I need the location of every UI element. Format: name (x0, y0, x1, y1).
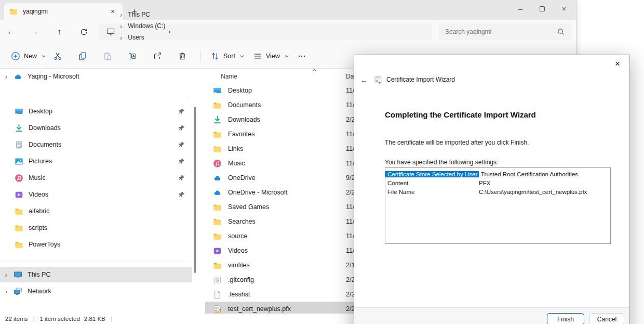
file-row[interactable]: Downloads 2/2 (205, 112, 356, 127)
forward-button[interactable]: → (27, 24, 43, 39)
sidebar-item-icon (15, 157, 23, 166)
file-date: 11/ (346, 203, 354, 211)
file-name: Searches (228, 218, 356, 225)
settings-row[interactable]: Certificate Store Selected by User Trust… (385, 170, 610, 178)
more-button[interactable] (292, 48, 312, 64)
sidebar-item-label: Downloads (29, 124, 178, 132)
selection-size: 2.81 KB (84, 316, 105, 322)
file-row[interactable]: Favorites 11/ (205, 127, 356, 141)
settings-table[interactable]: Certificate Store Selected by User Trust… (385, 167, 611, 244)
file-icon (213, 276, 222, 284)
sort-label: Sort (223, 53, 235, 60)
file-icon (213, 101, 222, 110)
copy-icon (78, 51, 87, 61)
sidebar-item[interactable]: Documents (0, 136, 192, 153)
sidebar-item[interactable]: PowerToys (0, 236, 192, 253)
file-icon (213, 115, 222, 124)
file-row[interactable]: Videos 11/ (205, 243, 356, 258)
refresh-button[interactable] (76, 24, 91, 39)
file-row[interactable]: Documents 11/ (205, 98, 356, 112)
settings-row[interactable]: Content PFX (385, 178, 610, 187)
view-button[interactable]: View (248, 48, 294, 64)
tab-yaqingmi[interactable]: yaqingmi × (4, 3, 123, 20)
breadcrumb-item[interactable]: Windows (C:) (125, 20, 168, 32)
sidebar-item[interactable]: Downloads (0, 120, 192, 136)
minimize-button[interactable]: – (509, 0, 531, 18)
paste-icon (103, 51, 112, 61)
cancel-button[interactable]: Cancel (589, 313, 624, 324)
sidebar-item-label: Desktop (29, 108, 178, 115)
file-row[interactable]: OneDrive - Microsoft 2/2 (205, 185, 356, 200)
sidebar-item[interactable]: Music (0, 170, 192, 186)
tab-label: yaqingmi (23, 8, 108, 15)
chevron-right-icon[interactable]: › (2, 271, 10, 279)
sidebar-item[interactable]: Videos (0, 186, 192, 203)
breadcrumb-item[interactable]: This PC (125, 9, 153, 20)
sidebar-item[interactable]: scripts (0, 219, 192, 236)
close-button[interactable]: × (553, 0, 575, 18)
new-button[interactable]: New (6, 48, 51, 64)
breadcrumb-chevron-icon[interactable]: › (117, 34, 125, 42)
sort-button[interactable]: Sort (206, 48, 250, 64)
sidebar-item[interactable]: Desktop (0, 103, 192, 120)
sidebar-tree-icon (14, 287, 22, 296)
sidebar-item-onedrive[interactable]: › Yaqing - Microsoft (0, 69, 192, 84)
tab-close-icon[interactable]: × (108, 7, 117, 16)
file-row[interactable]: OneDrive 9/2 (205, 171, 356, 185)
file-row[interactable]: Links 11/ (205, 141, 356, 156)
sort-ascending-icon (312, 68, 317, 73)
cut-button[interactable] (48, 48, 68, 64)
file-row[interactable]: Music 11/ (205, 156, 356, 171)
sidebar-item-icon (15, 240, 23, 249)
sidebar-tree-item[interactable]: › Network (0, 283, 192, 299)
search-input[interactable]: Search yaqingmi (439, 23, 571, 40)
breadcrumb-chevron-icon[interactable]: › (117, 22, 125, 30)
selection-count: 1 item selected (39, 316, 79, 322)
file-icon (213, 86, 222, 95)
pin-icon (178, 108, 185, 115)
file-row[interactable]: Searches 11/ (205, 214, 356, 229)
copy-button[interactable] (73, 48, 92, 64)
file-row[interactable]: source 11/ (205, 229, 356, 243)
name-column-header[interactable]: Name (221, 73, 237, 80)
paste-button[interactable] (98, 48, 117, 64)
dialog-close-button[interactable]: × (612, 58, 623, 70)
file-row[interactable]: .gitconfig 2/2 (205, 273, 356, 287)
sidebar-tree-icon (14, 270, 22, 279)
file-date: 11/ (346, 145, 354, 152)
rename-button[interactable] (123, 48, 142, 64)
file-row[interactable]: vimfiles 2/1 (205, 258, 356, 273)
file-date: 11/ (346, 232, 354, 240)
file-row[interactable]: .lesshst 2/2 (205, 287, 356, 302)
file-icon (213, 305, 222, 314)
delete-button[interactable] (172, 48, 192, 64)
breadcrumb-chevron-icon[interactable]: › (117, 11, 125, 19)
setting-value: Trusted Root Certification Authorities (481, 171, 578, 177)
file-name: .lesshst (228, 291, 356, 298)
file-row[interactable]: Desktop 11/ (205, 83, 356, 98)
file-name: Music (228, 160, 356, 167)
pin-icon (178, 124, 185, 132)
maximize-button[interactable] (531, 0, 553, 18)
sidebar-item[interactable]: Pictures (0, 153, 192, 170)
sidebar-scrollbar[interactable] (194, 107, 196, 273)
chevron-right-icon[interactable]: › (2, 73, 10, 81)
file-icon (213, 261, 222, 270)
chevron-down-icon (41, 53, 47, 59)
up-button[interactable]: ↑ (51, 24, 67, 39)
sidebar-tree-item[interactable]: › This PC (0, 267, 192, 282)
date-column-header[interactable]: Da (346, 73, 354, 80)
breadcrumb-item[interactable]: Users (125, 32, 147, 43)
share-button[interactable] (147, 48, 167, 64)
sidebar-item[interactable]: aifabric (0, 203, 192, 219)
finish-button[interactable]: Finish (547, 313, 584, 324)
settings-row[interactable]: File Name C:\Users\yaqingmi\test_cert_ne… (385, 187, 610, 196)
dialog-back-button[interactable]: ← (358, 74, 370, 85)
view-icon (253, 51, 262, 61)
file-row[interactable]: Saved Games 11/ (205, 200, 356, 214)
chevron-right-icon[interactable]: › (2, 288, 10, 295)
breadcrumb-chevron-icon[interactable]: › (168, 28, 170, 35)
file-icon (213, 159, 222, 168)
back-button[interactable]: ← (3, 24, 19, 39)
chevron-down-icon (284, 53, 290, 59)
